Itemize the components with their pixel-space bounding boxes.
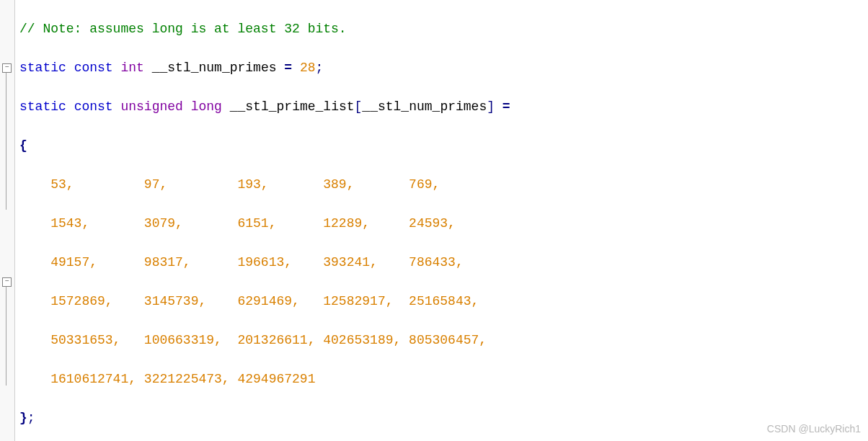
fold-toggle[interactable]: − [2, 277, 12, 287]
prime-row: 53, 97, 193, 389, 769, [19, 177, 440, 192]
op-assign: = [284, 61, 292, 75]
ident: __stl_prime_list [230, 99, 355, 114]
code-content: // Note: assumes long is at least 32 bit… [15, 0, 533, 441]
kw-static: static [19, 99, 66, 114]
fold-guide [6, 287, 6, 386]
semicolon: ; [27, 411, 35, 425]
bracket-close: ] [487, 99, 495, 114]
brace-open: { [19, 138, 27, 153]
kw-const: const [74, 61, 113, 75]
prime-row: 1543, 3079, 6151, 12289, 24593, [19, 216, 456, 231]
op-assign: = [502, 99, 510, 114]
fold-guide [6, 73, 6, 210]
prime-row: 49157, 98317, 196613, 393241, 786433, [19, 255, 464, 270]
brace-close: } [19, 411, 27, 425]
code-editor: − − // Note: assumes long is at least 32… [0, 0, 868, 441]
prime-row: 50331653, 100663319, 201326611, 40265318… [19, 333, 487, 347]
fold-toggle[interactable]: − [2, 63, 12, 73]
kw-static: static [19, 61, 66, 75]
ident: __stl_num_primes [362, 99, 487, 114]
ident: __stl_num_primes [152, 61, 277, 75]
semicolon: ; [316, 61, 324, 75]
fold-gutter: − − [0, 0, 15, 441]
code-comment: // Note: assumes long is at least 32 bit… [19, 22, 347, 36]
type-unsigned: unsigned [120, 99, 182, 114]
type-int: int [120, 61, 143, 75]
kw-const: const [74, 99, 113, 114]
watermark: CSDN @LuckyRich1 [767, 422, 861, 437]
bracket-open: [ [355, 99, 363, 114]
prime-row: 1610612741, 3221225473, 4294967291 [19, 372, 315, 386]
prime-row: 1572869, 3145739, 6291469, 12582917, 251… [19, 294, 479, 308]
type-long: long [191, 99, 222, 114]
num: 28 [300, 61, 316, 75]
